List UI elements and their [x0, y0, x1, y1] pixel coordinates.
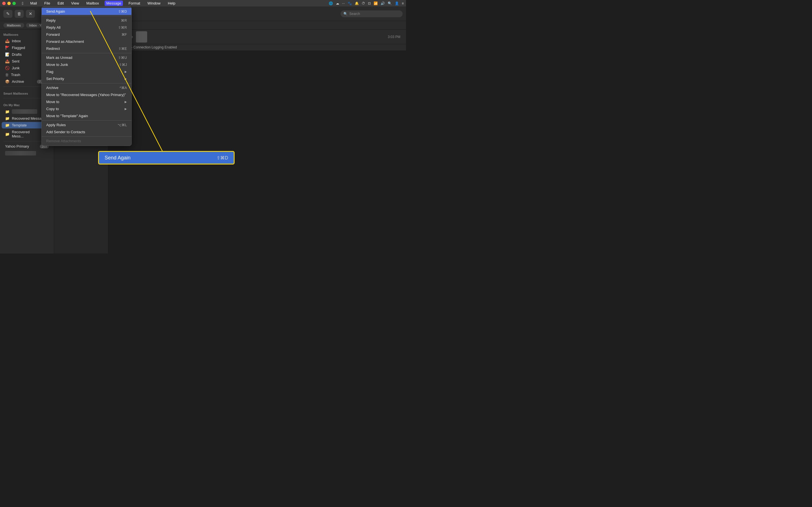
junk-badge: 1: [43, 66, 49, 70]
airplay-icon: ⊡: [368, 1, 371, 5]
menubar-window[interactable]: Window: [146, 1, 162, 6]
sidebar-item-yahoo-blurred[interactable]: [2, 150, 52, 157]
sidebar-item-blurred1[interactable]: 📁: [2, 108, 52, 115]
message-list-header: Sort by Date ▾: [54, 30, 108, 39]
sent-badge: 1: [43, 59, 49, 63]
wifi-icon: 📶: [373, 1, 378, 5]
search-icon[interactable]: 🔍: [388, 1, 392, 5]
sort-label: Sort by Date: [57, 33, 74, 36]
nav-pills: Mailboxes Inbox · Yahoo Primary (4) Sent: [0, 21, 406, 30]
smart-mailboxes-title: Smart Mailboxes: [0, 89, 54, 96]
sidebar-item-junk[interactable]: 🚫 Junk 1: [2, 65, 52, 71]
menubar-edit[interactable]: Edit: [56, 1, 65, 6]
sidebar-item-template[interactable]: 📁 Template: [2, 122, 52, 128]
paw-icon: 🐾: [348, 1, 352, 5]
inbox-pill[interactable]: Inbox · Yahoo Primary (4): [26, 23, 68, 27]
on-my-mac-title: On My Mac: [0, 100, 54, 108]
dropbox-icon: 🌐: [329, 1, 333, 5]
close-button[interactable]: [2, 2, 6, 5]
sidebar-item-recovered-mess2[interactable]: 📁 Recovered Mess... 9: [2, 129, 52, 139]
folder-template-icon: 📁: [5, 123, 10, 127]
menubar-file[interactable]: File: [43, 1, 52, 6]
junk-icon: 🚫: [5, 66, 10, 70]
message-item-no-subject[interactable]: (No Subject) Template text...: [54, 39, 108, 51]
detail-header: 📁 Template 3:03 PM: [108, 30, 406, 44]
drafts-icon: 📝: [5, 52, 10, 57]
sidebar-item-sent[interactable]: 📤 Sent 1: [2, 58, 52, 64]
template-label: Template: [12, 123, 27, 127]
delete-button[interactable]: ✕: [26, 10, 35, 18]
detail-folder-name: Template: [119, 35, 133, 39]
menubar-format[interactable]: Format: [127, 1, 142, 6]
connection-status: 1 message - Connection Logging Enabled: [111, 45, 180, 49]
mailboxes-pill[interactable]: Mailboxes: [3, 23, 24, 27]
archive-icon: 📦: [5, 79, 10, 83]
minimize-button[interactable]: [7, 2, 11, 5]
sidebar-item-recovered-messages[interactable]: 📁 Recovered Message...: [2, 115, 52, 122]
flagged-label: Flagged: [12, 46, 25, 50]
sidebar-divider-3: [3, 141, 50, 142]
message-list: Sort by Date ▾ (No Subject) Template tex…: [54, 30, 108, 253]
maximize-button[interactable]: [12, 2, 16, 5]
volume-icon: 🔊: [380, 1, 385, 5]
menubar-view[interactable]: View: [69, 1, 81, 6]
sidebar-item-drafts[interactable]: 📝 Drafts: [2, 51, 52, 58]
sort-chevron-icon: ▾: [75, 32, 77, 36]
archive-button[interactable]: 🗑: [15, 10, 24, 18]
junk-label: Junk: [12, 66, 19, 70]
sent-pill[interactable]: Sent: [69, 23, 83, 27]
sidebar-divider-1: [3, 87, 50, 87]
inbox-icon: 📥: [5, 39, 10, 43]
message-preview: Template text...: [57, 45, 105, 49]
compose-button[interactable]: ✎: [3, 10, 12, 18]
user-icon: 👤: [395, 1, 399, 5]
detail-pane: 📁 Template 3:03 PM 1 message - Connectio…: [108, 30, 406, 253]
sidebar: Mailboxes 📥 Inbox 4 🚩 Flagged 6 📝 Drafts…: [0, 30, 54, 253]
content-area: Mailboxes 📥 Inbox 4 🚩 Flagged 6 📝 Drafts…: [0, 30, 406, 253]
trash-icon: 🗑: [5, 73, 9, 77]
sidebar-item-trash[interactable]: 🗑 Trash: [2, 71, 52, 78]
menubar:  Mail File Edit View Mailbox Message Fo…: [0, 0, 406, 6]
folder-icon-2: 📁: [5, 116, 10, 121]
mailboxes-section-title: Mailboxes: [0, 30, 54, 38]
dots-icon: ···: [342, 1, 345, 5]
menu-icon[interactable]: ≡: [402, 1, 404, 5]
folder-icon-3: 📁: [5, 132, 10, 136]
detail-folder: 📁 Template: [114, 35, 133, 39]
app-container: ✎ 🗑 ✕ 🔍 Search Mailboxes Inbox · Yahoo P…: [0, 6, 406, 253]
sent-icon: 📤: [5, 59, 10, 63]
traffic-lights: [2, 2, 16, 5]
sort-dropdown[interactable]: Sort by Date ▾: [57, 32, 77, 36]
blurred-folder-name: [12, 109, 37, 114]
menubar-help[interactable]: Help: [166, 1, 177, 6]
inbox-label: Inbox: [12, 39, 21, 43]
archive-label: Archive: [12, 79, 24, 83]
drafts-label: Drafts: [12, 52, 22, 57]
folder-icon-detail: 📁: [114, 35, 118, 39]
yahoo-blurred-item: [5, 151, 36, 156]
sidebar-item-archive[interactable]: 📦 Archive 7,295: [2, 78, 52, 85]
inbox-badge: 4: [43, 39, 49, 43]
toolbar: ✎ 🗑 ✕ 🔍 Search: [0, 6, 406, 21]
search-placeholder: Search: [349, 12, 360, 16]
detail-thumbnail: [136, 31, 147, 43]
menubar-status-icons: 🌐 ☁ ··· 🐾 🔔 ⏱ ⊡ 📶 🔊 🔍 👤 ≡: [329, 1, 404, 5]
menubar-mail[interactable]: Mail: [29, 1, 39, 6]
archive-badge: 7,295: [37, 80, 49, 83]
sidebar-item-flagged[interactable]: 🚩 Flagged 6: [2, 45, 52, 51]
message-subject: (No Subject): [57, 41, 105, 45]
sent-label: Sent: [12, 59, 19, 63]
search-icon: 🔍: [343, 12, 348, 16]
cloud-icon: ☁: [336, 1, 339, 5]
apple-menu[interactable]: : [22, 1, 23, 6]
search-bar[interactable]: 🔍 Search: [341, 10, 403, 17]
trash-label: Trash: [11, 73, 20, 77]
menubar-mailbox[interactable]: Mailbox: [85, 1, 101, 6]
yahoo-primary-section[interactable]: Yahoo Primary 203: [2, 143, 52, 150]
menubar-message[interactable]: Message: [105, 1, 123, 6]
recovered-mess2-label: Recovered Mess...: [12, 130, 41, 138]
sidebar-item-inbox[interactable]: 📥 Inbox 4: [2, 38, 52, 44]
time-icon: ⏱: [362, 1, 365, 5]
folder-icon: 📁: [5, 110, 10, 114]
yahoo-primary-label: Yahoo Primary: [5, 144, 29, 149]
